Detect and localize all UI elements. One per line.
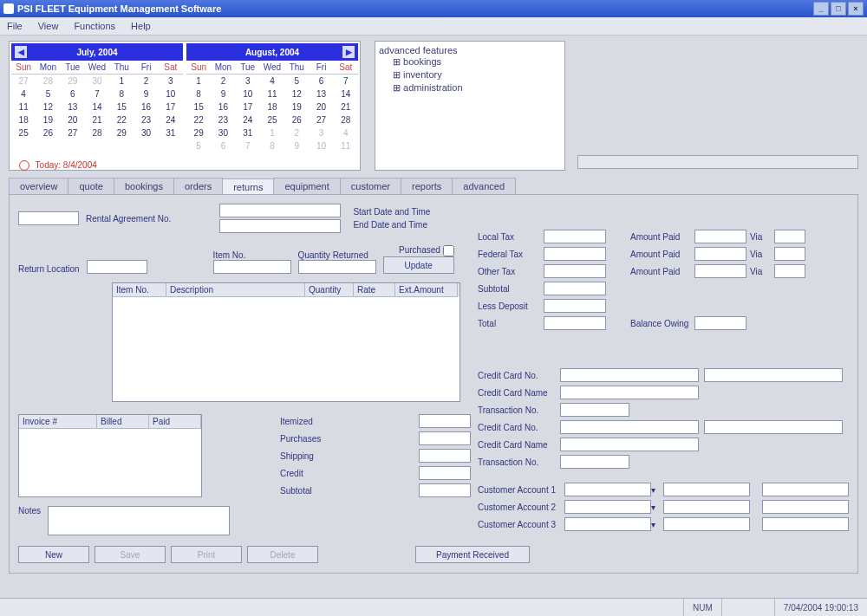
cal-day[interactable]: 27 [11,75,36,88]
subtotal2-input[interactable] [544,282,606,295]
feature-tree[interactable]: advanced features ⊞ bookings ⊞ inventory… [375,41,565,171]
cal-day[interactable]: 5 [284,75,309,88]
cal-day[interactable]: 18 [11,113,36,126]
cal-day[interactable]: 8 [109,88,134,101]
cal-day[interactable]: 24 [159,113,183,126]
cal-day[interactable]: 12 [36,101,60,113]
cal-day[interactable]: 15 [109,101,134,113]
trans-1-input[interactable] [560,403,629,417]
tab-returns[interactable]: returns [222,178,274,195]
return-location-input[interactable] [87,260,147,274]
subtotal-input[interactable] [419,483,471,497]
via-3-input[interactable] [774,264,805,278]
cal-day[interactable]: 27 [309,113,333,126]
cc-no-1-input[interactable] [560,368,699,382]
calendar-august[interactable]: August, 2004 ▶ SunMonTueWedThuFriSat 123… [186,43,358,168]
cal-day[interactable]: 28 [36,75,60,88]
tab-advanced[interactable]: advanced [452,178,516,194]
calendar-today-label[interactable]: Today: 8/4/2004 [16,157,101,174]
tab-bookings[interactable]: bookings [114,178,174,194]
via-2-input[interactable] [774,247,805,261]
close-button[interactable]: × [848,2,864,16]
acct-3a-input[interactable] [564,517,651,531]
acct-2a-input[interactable] [564,500,651,514]
cal-day[interactable]: 3 [159,75,183,88]
cal-day[interactable]: 1 [260,126,284,139]
cal-day[interactable]: 2 [134,75,158,88]
cal-day[interactable]: 4 [11,88,36,101]
col-billed[interactable]: Billed [97,415,149,429]
cal-day[interactable]: 8 [260,139,284,152]
cal-day[interactable]: 26 [284,113,309,126]
acct-2b-input[interactable] [663,500,750,514]
tab-customer[interactable]: customer [340,178,401,194]
cal-day[interactable]: 31 [236,126,260,139]
line-items-grid[interactable]: Item No. Description Quantity Rate Ext.A… [112,282,460,402]
cal-day[interactable]: 23 [134,113,158,126]
col-quantity[interactable]: Quantity [305,283,354,297]
cal-day[interactable]: 9 [134,88,158,101]
cal-day[interactable]: 10 [236,88,260,101]
cal-day[interactable]: 19 [284,101,309,113]
cal-day[interactable]: 4 [334,126,358,139]
cc-name-1-input[interactable] [560,386,699,399]
acct-3b-input[interactable] [663,517,750,531]
acct-1c-input[interactable] [762,483,849,496]
cc-no-2-input[interactable] [560,420,699,434]
col-invoice[interactable]: Invoice # [19,415,97,429]
cal-day[interactable]: 29 [186,126,211,139]
cal-day[interactable]: 17 [159,101,183,113]
tree-item-bookings[interactable]: ⊞ bookings [379,55,561,68]
cal-day[interactable]: 10 [159,88,183,101]
invoice-grid[interactable]: Invoice # Billed Paid [18,414,202,497]
menu-file[interactable]: File [7,21,23,31]
credit-input[interactable] [419,466,471,480]
cal-day[interactable]: 24 [236,113,260,126]
item-no-input[interactable] [213,260,291,274]
acct-1b-input[interactable] [663,483,750,496]
cal-day[interactable]: 2 [284,126,309,139]
cal-day[interactable]: 6 [211,139,235,152]
cc-no-1b-input[interactable] [704,368,843,382]
cal-day[interactable]: 21 [85,113,109,126]
cal-day[interactable]: 11 [11,101,36,113]
cal-day[interactable]: 13 [61,101,85,113]
purchased-checkbox[interactable] [443,245,454,256]
cal-day[interactable]: 12 [284,88,309,101]
cal-day[interactable]: 3 [236,75,260,88]
new-button[interactable]: New [18,546,89,563]
cal-day[interactable]: 6 [61,88,85,101]
cal-day[interactable]: 31 [159,126,183,139]
print-button[interactable]: Print [171,546,242,563]
cal-day[interactable]: 18 [260,101,284,113]
amount-paid-2-input[interactable] [694,247,746,261]
cal-day[interactable]: 4 [260,75,284,88]
cal-day[interactable]: 30 [211,126,235,139]
col-description[interactable]: Description [166,283,305,297]
cal-day[interactable]: 11 [260,88,284,101]
local-tax-input[interactable] [544,230,606,243]
cal-day[interactable]: 1 [186,75,211,88]
qty-returned-input[interactable] [298,260,376,274]
cal-next-icon[interactable]: ▶ [342,46,355,58]
less-deposit-input[interactable] [544,299,606,313]
other-tax-input[interactable] [544,264,606,278]
end-datetime-input[interactable] [219,219,341,233]
update-button[interactable]: Update [383,256,454,274]
cal-day[interactable]: 5 [186,139,211,152]
cal-day[interactable]: 23 [211,113,235,126]
cal-day[interactable]: 25 [11,126,36,139]
cc-no-2b-input[interactable] [704,420,843,434]
cal-day[interactable]: 21 [334,101,358,113]
save-button[interactable]: Save [95,546,166,563]
menu-view[interactable]: View [38,21,59,31]
cc-name-2-input[interactable] [560,438,699,451]
cal-day[interactable]: 11 [334,139,358,152]
tree-item-inventory[interactable]: ⊞ inventory [379,68,561,81]
cal-day[interactable]: 9 [211,88,235,101]
acct-1a-input[interactable] [564,483,651,496]
notes-input[interactable] [48,506,230,535]
cal-day[interactable]: 14 [334,88,358,101]
itemized-input[interactable] [419,414,471,428]
federal-tax-input[interactable] [544,247,606,261]
